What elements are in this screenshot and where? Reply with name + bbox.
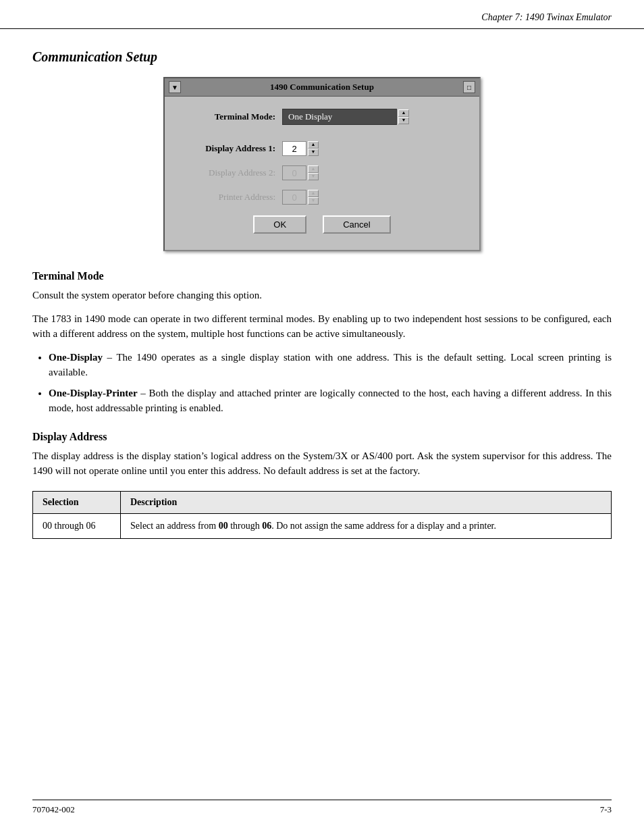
bullet-one-display-printer-bold: One-Display-Printer [49,388,138,398]
page-content: Communication Setup ▼ 1490 Communication… [0,29,644,559]
display-address-1-row: Display Address 1: ▲ ▼ [181,141,463,156]
terminal-mode-select-wrapper: One Display ▲ ▼ [282,109,409,125]
col-description-header: Description [121,491,612,513]
terminal-mode-up-button[interactable]: ▲ [398,109,409,117]
terminal-mode-para2: The 1783 in 1490 mode can operate in two… [32,311,612,342]
address-table: Selection Description 00 through 06 Sele… [32,491,612,539]
display-address-2-row: Display Address 2: ▲ ▼ [181,165,463,180]
chapter-title: Chapter 7: 1490 Twinax Emulator [481,12,612,23]
bullet-one-display: One-Display – The 1490 operates as a sin… [49,350,612,380]
desc-pre: Select an address from [130,521,219,531]
terminal-mode-spinner: ▲ ▼ [398,109,409,124]
table-cell-selection: 00 through 06 [33,513,121,538]
display-address-2-down-button: ▼ [308,173,319,180]
terminal-mode-para1: Consult the system operator before chang… [32,288,612,303]
bullet-one-display-bold: One-Display [49,352,103,363]
terminal-mode-bullets: One-Display – The 1490 operates as a sin… [49,350,612,416]
desc-post: . Do not assign the same address for a d… [271,521,496,531]
dialog-buttons: OK Cancel [181,215,463,240]
terminal-mode-heading: Terminal Mode [32,270,612,282]
desc-bold1: 00 [219,521,228,531]
display-address-2-label: Display Address 2: [181,167,275,178]
page-header: Chapter 7: 1490 Twinax Emulator [0,0,644,29]
terminal-mode-down-button[interactable]: ▼ [398,117,409,124]
terminal-mode-select[interactable]: One Display [282,109,397,125]
cancel-button[interactable]: Cancel [323,215,390,234]
printer-address-down-button: ▼ [308,197,319,205]
footer-page-number: 7-3 [600,804,612,815]
display-address-2-input-wrapper: ▲ ▼ [282,165,319,180]
desc-bold2: 06 [262,521,271,531]
table-cell-description: Select an address from 00 through 06. Do… [121,513,612,538]
col-selection-header: Selection [33,491,121,513]
footer-doc-number: 707042-002 [32,804,75,815]
printer-address-up-button: ▲ [308,190,319,197]
display-address-1-spinner: ▲ ▼ [308,141,319,156]
dialog-close-button[interactable]: □ [463,81,475,93]
dialog-container: ▼ 1490 Communication Setup □ Terminal Mo… [32,77,612,251]
printer-address-input-wrapper: ▲ ▼ [282,190,319,205]
dialog-body: Terminal Mode: One Display ▲ ▼ Display A… [165,97,479,250]
terminal-mode-row: Terminal Mode: One Display ▲ ▼ [181,109,463,125]
bullet-one-display-printer: One-Display-Printer – Both the display a… [49,386,612,416]
section-heading: Communication Setup [32,49,612,65]
display-address-1-up-button[interactable]: ▲ [308,141,319,149]
page-footer: 707042-002 7-3 [32,800,612,815]
printer-address-row: Printer Address: ▲ ▼ [181,190,463,205]
display-address-para1: The display address is the display stati… [32,448,612,479]
dialog-system-icon[interactable]: ▼ [169,81,181,93]
desc-mid: through [228,521,263,531]
terminal-mode-label: Terminal Mode: [181,111,275,122]
display-address-2-spinner: ▲ ▼ [308,165,319,180]
bullet-one-display-text: – The 1490 operates as a single display … [49,352,612,378]
printer-address-spinner: ▲ ▼ [308,190,319,205]
display-address-1-input[interactable] [282,141,306,156]
selection-value: 00 through 06 [43,521,96,531]
display-address-heading: Display Address [32,431,612,443]
display-address-2-up-button: ▲ [308,165,319,173]
table-header-row: Selection Description [33,491,612,513]
dialog-box: ▼ 1490 Communication Setup □ Terminal Mo… [163,77,481,251]
display-address-2-input [282,165,306,180]
ok-button[interactable]: OK [253,215,306,234]
printer-address-label: Printer Address: [181,192,275,203]
table-row: 00 through 06 Select an address from 00 … [33,513,612,538]
display-address-1-label: Display Address 1: [181,143,275,154]
printer-address-input [282,190,306,205]
display-address-1-input-wrapper: ▲ ▼ [282,141,319,156]
dialog-title: 1490 Communication Setup [181,82,463,93]
display-address-1-down-button[interactable]: ▼ [308,149,319,156]
dialog-titlebar: ▼ 1490 Communication Setup □ [165,78,479,97]
